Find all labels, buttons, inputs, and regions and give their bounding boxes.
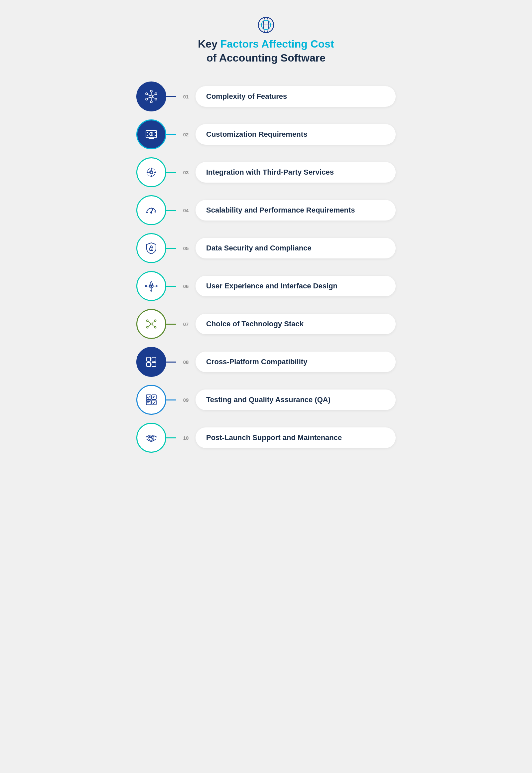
item-number: 06 bbox=[180, 283, 192, 289]
shield-lock-icon bbox=[144, 241, 159, 255]
item-number: 07 bbox=[180, 321, 192, 327]
svg-line-13 bbox=[148, 97, 150, 98]
item-icon-2 bbox=[136, 119, 166, 149]
svg-point-5 bbox=[146, 93, 148, 95]
puzzle-icon bbox=[144, 354, 159, 369]
network-icon bbox=[144, 89, 159, 104]
connector-10 bbox=[166, 438, 176, 439]
svg-rect-50 bbox=[152, 357, 156, 361]
svg-line-12 bbox=[153, 94, 155, 96]
item-number: 03 bbox=[180, 170, 192, 175]
item-number: 10 bbox=[180, 435, 192, 441]
design-pen-icon bbox=[144, 279, 159, 293]
list-item: 03 Integration with Third-Party Services bbox=[136, 157, 396, 187]
svg-rect-55 bbox=[146, 400, 151, 405]
svg-rect-52 bbox=[152, 362, 156, 366]
svg-point-34 bbox=[151, 249, 152, 250]
page-title: Key Factors Affecting Costof Accounting … bbox=[136, 37, 396, 65]
svg-rect-51 bbox=[147, 362, 151, 366]
item-number: 04 bbox=[180, 207, 192, 213]
item-label: Customization Requirements bbox=[196, 124, 396, 145]
item-number: 09 bbox=[180, 397, 192, 403]
svg-point-10 bbox=[150, 101, 152, 103]
speedometer-icon bbox=[144, 203, 159, 217]
connector-4 bbox=[166, 210, 176, 211]
svg-point-8 bbox=[155, 98, 157, 100]
checklist-icon bbox=[144, 393, 159, 407]
list-item: 07 Choice of Technology Stack bbox=[136, 309, 396, 339]
svg-point-42 bbox=[155, 320, 156, 322]
settings-money-icon bbox=[144, 127, 159, 142]
item-label: Integration with Third-Party Services bbox=[196, 162, 396, 183]
list-item: 04 Scalability and Performance Requireme… bbox=[136, 195, 396, 225]
item-label: Complexity of Features bbox=[196, 86, 396, 107]
connector-6 bbox=[166, 286, 176, 287]
svg-point-43 bbox=[147, 326, 148, 328]
item-icon-4 bbox=[136, 195, 166, 225]
item-icon-1 bbox=[136, 81, 166, 111]
list-item: 06 User Experience and Interface Design bbox=[136, 271, 396, 301]
svg-point-6 bbox=[155, 93, 157, 95]
page-header: Key Factors Affecting Costof Accounting … bbox=[136, 13, 396, 65]
svg-line-48 bbox=[152, 324, 155, 327]
svg-point-32 bbox=[150, 211, 152, 213]
title-highlight: Factors Affecting Cost bbox=[220, 38, 334, 50]
connector-2 bbox=[166, 134, 176, 135]
list-item: 05 Data Security and Compliance bbox=[136, 233, 396, 263]
item-number: 08 bbox=[180, 359, 192, 365]
svg-rect-49 bbox=[147, 357, 151, 361]
svg-line-45 bbox=[148, 321, 151, 323]
connector-3 bbox=[166, 172, 176, 173]
item-icon-8 bbox=[136, 347, 166, 377]
svg-rect-53 bbox=[146, 395, 151, 400]
connector-8 bbox=[166, 361, 176, 362]
item-label: Post-Launch Support and Maintenance bbox=[196, 428, 396, 448]
svg-line-11 bbox=[148, 94, 150, 96]
connector-1 bbox=[166, 96, 176, 97]
svg-point-9 bbox=[150, 90, 152, 92]
item-number: 02 bbox=[180, 132, 192, 137]
svg-point-7 bbox=[146, 98, 148, 100]
item-icon-6 bbox=[136, 271, 166, 301]
svg-point-4 bbox=[150, 95, 153, 98]
list-item: 09 Testing and Quality Assurance (QA) bbox=[136, 385, 396, 415]
item-label: User Experience and Interface Design bbox=[196, 276, 396, 296]
list-item: 08 Cross-Platform Compatibility bbox=[136, 347, 396, 377]
svg-line-14 bbox=[153, 97, 155, 98]
item-icon-9 bbox=[136, 385, 166, 415]
connector-5 bbox=[166, 248, 176, 249]
svg-line-46 bbox=[152, 321, 155, 323]
svg-point-39 bbox=[151, 285, 152, 287]
item-label: Data Security and Compliance bbox=[196, 238, 396, 258]
handshake-icon bbox=[144, 431, 159, 445]
gear-integration-icon bbox=[144, 165, 159, 180]
item-icon-3 bbox=[136, 157, 166, 187]
factors-list: 01 Complexity of Features 02 Customizati… bbox=[136, 81, 396, 453]
list-item: 10 Post-Launch Support and Maintenance bbox=[136, 423, 396, 453]
item-icon-5 bbox=[136, 233, 166, 263]
svg-point-41 bbox=[147, 320, 148, 322]
item-icon-10 bbox=[136, 423, 166, 453]
item-icon-7 bbox=[136, 309, 166, 339]
item-label: Choice of Technology Stack bbox=[196, 314, 396, 334]
logo-icon bbox=[258, 17, 274, 33]
list-item: 02 Customization Requirements bbox=[136, 119, 396, 149]
svg-point-44 bbox=[155, 326, 156, 328]
item-label: Scalability and Performance Requirements bbox=[196, 200, 396, 220]
svg-point-37 bbox=[145, 285, 147, 287]
item-label: Testing and Quality Assurance (QA) bbox=[196, 390, 396, 410]
tech-nodes-icon bbox=[144, 317, 159, 331]
item-label: Cross-Platform Compatibility bbox=[196, 351, 396, 372]
item-number: 05 bbox=[180, 245, 192, 251]
svg-rect-56 bbox=[152, 400, 156, 405]
list-item: 01 Complexity of Features bbox=[136, 81, 396, 111]
svg-line-47 bbox=[148, 324, 151, 327]
item-number: 01 bbox=[180, 94, 192, 99]
connector-7 bbox=[166, 323, 176, 324]
connector-9 bbox=[166, 400, 176, 401]
svg-rect-31 bbox=[150, 171, 152, 173]
